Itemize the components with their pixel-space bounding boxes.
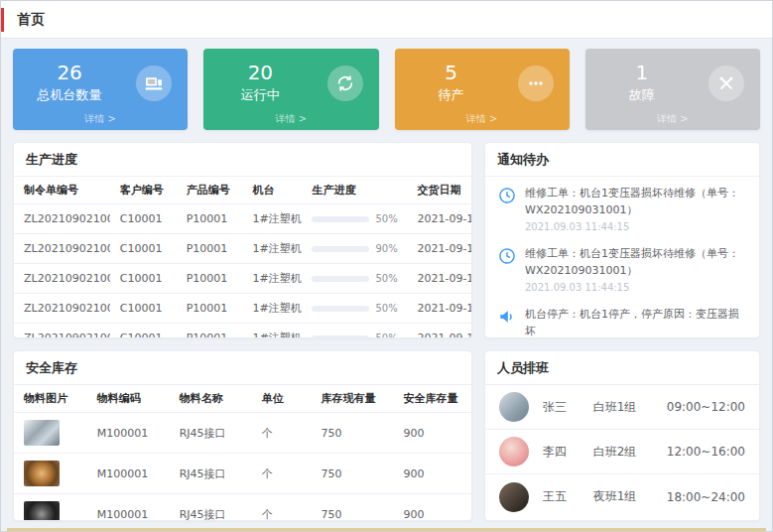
cell-machine: 1#注塑机 (242, 294, 302, 324)
table-row: ZL202109021001 C10001 P10001 1#注塑机 90% 2… (14, 234, 471, 264)
stat-value: 5 (401, 62, 502, 83)
panel-title: 通知待办 (485, 143, 759, 177)
cell-unit: 个 (252, 454, 312, 494)
cell-machine: 1#注塑机 (242, 234, 302, 264)
running-sync-icon (327, 66, 363, 101)
stat-card-fault[interactable]: 1 故障 详情 > (585, 49, 760, 130)
cell-progress: 50% (302, 294, 407, 324)
progress-bar (312, 276, 369, 282)
shift-label: 白班1组 (593, 399, 653, 416)
panel-title: 人员排班 (485, 351, 759, 385)
cell-machine: 1#注塑机 (242, 264, 302, 294)
stat-label: 待产 (401, 86, 502, 104)
cell-material-code: M100001 (87, 454, 170, 494)
notice-text: 维修工单：机台1变压器损坏待维修（单号：WX202109031001） (525, 246, 747, 279)
avatar (499, 392, 529, 422)
notice-time: 2021.09.03 11:44:15 (525, 221, 747, 232)
notice-item[interactable]: 维修工单：机台1变压器损坏待维修（单号：WX202109031001） 2021… (485, 237, 759, 298)
stat-label: 故障 (591, 86, 693, 104)
notice-text: 机台停产：机台1停产，停产原因：变压器损坏 (525, 307, 747, 338)
production-table: 制令单编号 客户编号 产品编号 机台 生产进度 交货日期 ZL202109021… (14, 177, 471, 338)
cell-progress: 50% (302, 204, 407, 234)
table-row: ZL202109021001 C10001 P10001 1#注塑机 50% 2… (14, 324, 471, 339)
shift-time: 09:00~12:00 (667, 400, 745, 414)
notice-time: 2021.09.03 11:44:15 (525, 282, 747, 293)
stat-value: 26 (19, 62, 120, 83)
dashboard-root: 首页 26 总机台数量 详情 > 20 运行中 (0, 0, 773, 532)
column-header: 产品编号 (177, 177, 243, 204)
cell-safety-stock: 900 (394, 494, 471, 522)
machine-icon (136, 66, 172, 101)
cell-order-no: ZL202109021001 (14, 294, 110, 324)
stat-value: 20 (209, 62, 311, 83)
notice-item[interactable]: 维修工单：机台1变压器损坏待维修（单号：WX202109031001） 2021… (485, 177, 759, 237)
cell-stock: 750 (312, 494, 394, 522)
cell-material-code: M100001 (87, 413, 170, 454)
clock-icon (497, 246, 517, 266)
cell-safety-stock: 900 (394, 454, 471, 494)
bottom-row: 安全库存 物料图片 物料编码 物料名称 单位 库存现有量 安全库存量 (13, 350, 760, 521)
stat-card-running[interactable]: 20 运行中 详情 > (203, 49, 378, 130)
detail-link[interactable]: 详情 > (585, 112, 760, 126)
content-area: 26 总机台数量 详情 > 20 运行中 详情 > (1, 39, 772, 532)
person-name: 王五 (543, 488, 580, 505)
stat-label: 运行中 (209, 86, 311, 104)
column-header: 生产进度 (302, 177, 407, 204)
stat-card-total-machines[interactable]: 26 总机台数量 详情 > (13, 49, 188, 130)
column-header: 物料名称 (170, 385, 252, 413)
ellipsis-icon (518, 66, 554, 101)
progress-label: 50% (375, 303, 397, 314)
avatar (499, 437, 529, 466)
table-row: ZL202109021001 C10001 P10001 1#注塑机 50% 2… (14, 204, 471, 234)
progress-label: 50% (375, 332, 397, 338)
cell-unit: 个 (252, 413, 312, 454)
cell-product-no: P10001 (177, 234, 243, 264)
notice-item[interactable]: 机台停产：机台1停产，停产原因：变压器损坏 (485, 298, 759, 338)
detail-link[interactable]: 详情 > (203, 112, 378, 126)
accent-bar (1, 8, 4, 32)
schedule-row: 张三 白班1组 09:00~12:00 (485, 385, 759, 430)
personnel-schedule-panel: 人员排班 张三 白班1组 09:00~12:00 李四 白班2组 12:00~1… (484, 350, 760, 521)
safety-stock-table: 物料图片 物料编码 物料名称 单位 库存现有量 安全库存量 M100001 R (14, 385, 471, 521)
production-progress-panel: 生产进度 制令单编号 客户编号 产品编号 机台 生产进度 交货日期 (13, 142, 472, 338)
speaker-photo (24, 501, 60, 521)
clock-icon (497, 186, 517, 205)
table-header-row: 物料图片 物料编码 物料名称 单位 库存现有量 安全库存量 (14, 385, 471, 413)
cell-machine: 1#注塑机 (242, 204, 302, 234)
coil-photo (24, 461, 60, 486)
cell-order-no: ZL202109021001 (14, 204, 110, 234)
cell-delivery-date: 2021-09-10 (407, 204, 471, 234)
cell-delivery-date: 2021-09-10 (407, 264, 471, 294)
cell-progress: 50% (302, 264, 407, 294)
page-title: 首页 (17, 11, 45, 29)
panel-title: 生产进度 (14, 143, 471, 177)
stat-value: 1 (591, 62, 693, 83)
speaker-icon (497, 307, 517, 327)
bottom-edge-strip (7, 528, 766, 531)
cell-unit: 个 (252, 494, 312, 522)
detail-link[interactable]: 详情 > (13, 112, 188, 126)
cell-delivery-date: 2021-09-10 (407, 294, 471, 324)
stat-card-waiting[interactable]: 5 待产 详情 > (395, 49, 570, 130)
column-header: 客户编号 (110, 177, 177, 204)
schedule-row: 李四 白班2组 12:00~16:00 (485, 430, 759, 474)
top-bar: 首页 (1, 1, 772, 39)
table-row: M100001 RJ45接口 个 750 900 (14, 413, 471, 454)
stat-label: 总机台数量 (19, 86, 120, 104)
stat-cards-row: 26 总机台数量 详情 > 20 运行中 详情 > (13, 49, 760, 130)
table-row: M100001 RJ45接口 个 750 900 (14, 454, 471, 494)
cell-stock: 750 (312, 413, 394, 454)
fault-tools-icon (709, 66, 744, 101)
shift-time: 18:00~24:00 (667, 490, 745, 504)
column-header: 库存现有量 (312, 385, 394, 413)
cell-product-no: P10001 (177, 324, 243, 339)
cell-customer-no: C10001 (110, 204, 177, 234)
cell-material-name: RJ45接口 (170, 454, 252, 494)
cell-material-name: RJ45接口 (170, 494, 252, 522)
table-header-row: 制令单编号 客户编号 产品编号 机台 生产进度 交货日期 (14, 177, 471, 204)
cell-product-no: P10001 (177, 264, 243, 294)
detail-link[interactable]: 详情 > (395, 112, 570, 126)
progress-label: 50% (375, 273, 397, 284)
cell-order-no: ZL202109021001 (14, 264, 110, 294)
column-header: 物料图片 (14, 385, 87, 413)
